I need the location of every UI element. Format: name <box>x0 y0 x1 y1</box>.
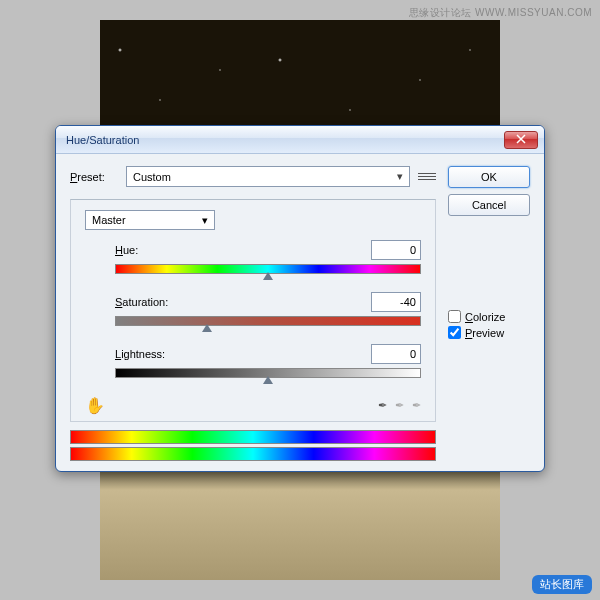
saturation-input[interactable]: -40 <box>371 292 421 312</box>
lightness-thumb[interactable] <box>263 376 273 384</box>
channel-dropdown[interactable]: Master <box>85 210 215 230</box>
lightness-slider[interactable] <box>115 368 421 382</box>
watermark-top: 思缘设计论坛 WWW.MISSYUAN.COM <box>409 6 592 20</box>
hue-label: Hue: <box>115 244 371 256</box>
spectrum-before <box>70 430 436 444</box>
lightness-input[interactable]: 0 <box>371 344 421 364</box>
eyedropper-subtract-icon[interactable]: ✒ <box>412 399 421 412</box>
hue-saturation-dialog: Hue/Saturation Preset: Custom Master Hue… <box>55 125 545 472</box>
cancel-button[interactable]: Cancel <box>448 194 530 216</box>
preview-input[interactable] <box>448 326 461 339</box>
hue-thumb[interactable] <box>263 272 273 280</box>
hue-slider[interactable] <box>115 264 421 278</box>
saturation-slider[interactable] <box>115 316 421 330</box>
preview-checkbox[interactable]: Preview <box>448 326 530 339</box>
saturation-thumb[interactable] <box>202 324 212 332</box>
colorize-label: Colorize <box>465 311 505 323</box>
spectrum-after <box>70 447 436 461</box>
hue-input[interactable]: 0 <box>371 240 421 260</box>
dialog-title: Hue/Saturation <box>62 134 504 146</box>
watermark-bottom: 站长图库 <box>532 575 592 594</box>
titlebar[interactable]: Hue/Saturation <box>56 126 544 154</box>
close-button[interactable] <box>504 131 538 149</box>
ok-button[interactable]: OK <box>448 166 530 188</box>
colorize-input[interactable] <box>448 310 461 323</box>
preset-label: Preset: <box>70 171 118 183</box>
lightness-label: Lightness: <box>115 348 371 360</box>
preset-value: Custom <box>133 171 171 183</box>
eyedropper-group: ✒ ✒ ✒ <box>378 399 421 412</box>
preset-dropdown[interactable]: Custom <box>126 166 410 187</box>
adjust-panel: Master Hue: 0 Saturation: -40 <box>70 199 436 422</box>
channel-value: Master <box>92 214 126 226</box>
scrubby-hand-icon[interactable]: ✋ <box>85 396 105 415</box>
eyedropper-icon[interactable]: ✒ <box>378 399 387 412</box>
preset-menu-icon[interactable] <box>418 169 436 185</box>
saturation-label: Saturation: <box>115 296 371 308</box>
preview-label: Preview <box>465 327 504 339</box>
colorize-checkbox[interactable]: Colorize <box>448 310 530 323</box>
eyedropper-add-icon[interactable]: ✒ <box>395 399 404 412</box>
